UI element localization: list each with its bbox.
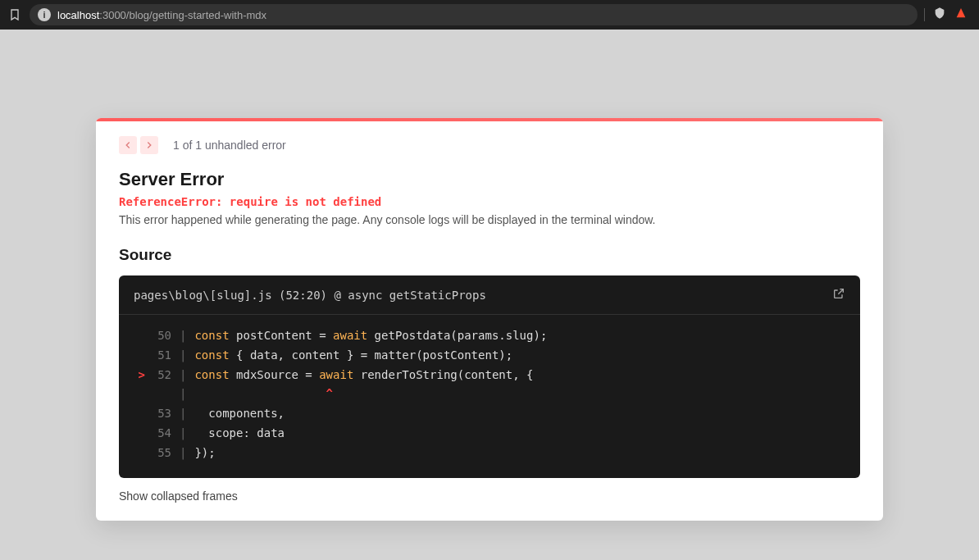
code-text: const postContent = await getPostdata(pa… [194, 326, 547, 346]
error-description: This error happened while generating the… [119, 213, 860, 226]
line-number: 53 [145, 404, 171, 424]
line-number: 50 [145, 326, 171, 346]
address-bar[interactable]: i localhost:3000/blog/getting-started-wi… [30, 4, 918, 25]
source-location: pages\blog\[slug].js (52:20) @ async get… [134, 289, 486, 302]
pipe: | [180, 366, 186, 385]
open-in-editor-icon[interactable] [832, 287, 845, 303]
code-text: const { data, content } = matter(postCon… [194, 346, 512, 366]
info-icon[interactable]: i [38, 8, 51, 21]
svg-marker-0 [957, 8, 966, 17]
gutter-mark: > [134, 366, 145, 385]
url-path: /blog/getting-started-with-mdx [126, 9, 266, 21]
error-nav: 1 of 1 unhandled error [119, 136, 860, 154]
code-text: scope: data [194, 424, 285, 444]
divider [924, 8, 925, 21]
code-text: const mdxSource = await renderToString(c… [194, 366, 533, 385]
prev-error-button[interactable] [119, 136, 137, 154]
shield-icon[interactable] [933, 7, 946, 23]
line-number: 55 [145, 444, 171, 463]
error-title: Server Error [119, 169, 860, 190]
pipe: | [180, 404, 186, 424]
code-header: pages\blog\[slug].js (52:20) @ async get… [119, 275, 860, 315]
code-lines: 50|const postContent = await getPostdata… [119, 315, 860, 478]
line-number: 52 [145, 366, 171, 385]
url-host: localhost [57, 9, 99, 21]
error-card: 1 of 1 unhandled error Server Error Refe… [96, 118, 883, 521]
show-collapsed-frames[interactable]: Show collapsed frames [119, 489, 860, 503]
code-block: pages\blog\[slug].js (52:20) @ async get… [119, 275, 860, 478]
pipe: | [180, 326, 186, 346]
pipe: | [180, 346, 186, 366]
code-text: ^ [194, 385, 333, 404]
code-text: }); [194, 444, 215, 463]
pipe: | [180, 424, 186, 444]
code-line: 53| components, [134, 404, 845, 424]
source-title: Source [119, 246, 860, 264]
error-message: ReferenceError: require is not defined [119, 195, 860, 208]
line-number: 51 [145, 346, 171, 366]
code-line: 51|const { data, content } = matter(post… [134, 346, 845, 366]
brave-icon[interactable] [954, 7, 968, 23]
bookmark-icon[interactable] [7, 7, 23, 23]
code-line: 55|}); [134, 444, 845, 463]
line-number: 54 [145, 424, 171, 444]
browser-bar: i localhost:3000/blog/getting-started-wi… [0, 0, 979, 30]
pipe: | [180, 385, 186, 404]
code-line: >52|const mdxSource = await renderToStri… [134, 366, 845, 385]
url-port: :3000 [99, 9, 126, 21]
url-text: localhost:3000/blog/getting-started-with… [57, 9, 266, 21]
right-icons [924, 7, 972, 23]
code-line: 54| scope: data [134, 424, 845, 444]
code-line: | ^ [134, 385, 845, 404]
code-text: components, [194, 404, 285, 424]
pipe: | [180, 444, 186, 463]
code-line: 50|const postContent = await getPostdata… [134, 326, 845, 346]
error-count: 1 of 1 unhandled error [173, 139, 286, 152]
next-error-button[interactable] [140, 136, 158, 154]
page-area: 1 of 1 unhandled error Server Error Refe… [0, 30, 979, 521]
